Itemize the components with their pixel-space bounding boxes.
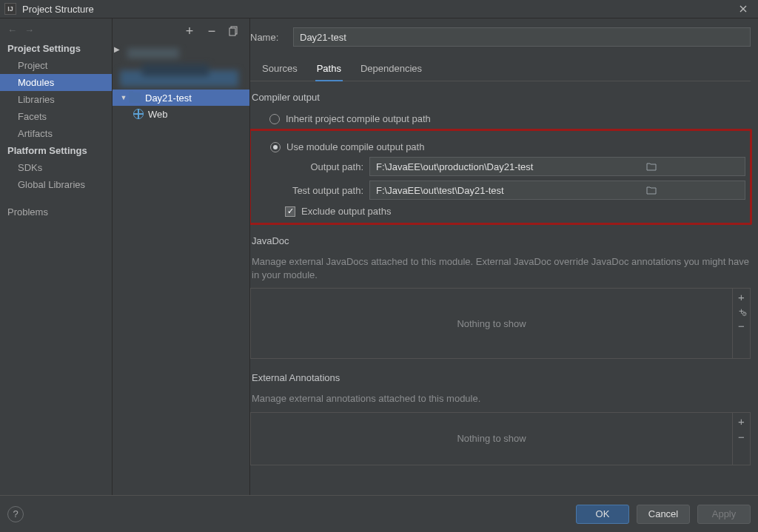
cancel-button[interactable]: Cancel bbox=[637, 505, 690, 524]
javadoc-list: Nothing to show + +⚙ − bbox=[250, 288, 751, 359]
output-path-input[interactable]: F:\JavaEE\out\production\Day21-test bbox=[369, 157, 745, 176]
nav-project[interactable]: Project bbox=[0, 57, 112, 74]
test-output-value: F:\JavaEE\out\test\Day21-test bbox=[370, 185, 557, 196]
ext-annotations-desc: Manage external annotations attached to … bbox=[252, 392, 751, 405]
name-label: Name: bbox=[250, 32, 284, 43]
highlight-box: Use module compile output path Output pa… bbox=[250, 129, 752, 225]
browse-output-button[interactable] bbox=[557, 162, 745, 171]
javadoc-remove-button[interactable]: − bbox=[738, 320, 745, 331]
ext-annotations-list: Nothing to show + − bbox=[250, 412, 751, 465]
inherit-radio-row[interactable]: Inherit project compile output path bbox=[269, 113, 751, 124]
tab-paths[interactable]: Paths bbox=[315, 60, 343, 81]
add-module-button[interactable]: + bbox=[183, 24, 196, 38]
exclude-label: Exclude output paths bbox=[301, 206, 391, 217]
remove-module-button[interactable]: − bbox=[205, 24, 218, 38]
test-output-label: Test output path: bbox=[282, 185, 363, 196]
close-button[interactable] bbox=[733, 0, 754, 18]
test-output-input[interactable]: F:\JavaEE\out\test\Day21-test bbox=[369, 181, 745, 200]
module-thumbnail: ▶ bbox=[113, 44, 249, 90]
chevron-down-icon[interactable]: ▼ bbox=[118, 94, 129, 101]
ok-button[interactable]: OK bbox=[576, 505, 629, 524]
exclude-checkbox[interactable]: ✓ bbox=[285, 206, 295, 217]
compiler-output-title: Compiler output bbox=[252, 92, 751, 103]
use-module-label: Use module compile output path bbox=[286, 141, 424, 152]
javadoc-empty-text: Nothing to show bbox=[251, 289, 732, 358]
ext-empty-text: Nothing to show bbox=[251, 413, 732, 465]
module-tabs: Sources Paths Dependencies bbox=[250, 60, 751, 81]
module-name-input[interactable] bbox=[293, 27, 751, 47]
nav-sdks[interactable]: SDKs bbox=[0, 159, 112, 176]
settings-nav: ← → Project Settings Project Modules Lib… bbox=[0, 18, 113, 495]
project-settings-header: Project Settings bbox=[0, 40, 112, 57]
nav-libraries[interactable]: Libraries bbox=[0, 91, 112, 108]
intellij-icon: IJ bbox=[4, 3, 16, 15]
javadoc-add-url-button[interactable]: +⚙ bbox=[739, 307, 744, 316]
title-bar: IJ Project Structure bbox=[0, 0, 758, 18]
javadoc-add-button[interactable]: + bbox=[738, 292, 745, 303]
platform-settings-header: Platform Settings bbox=[0, 142, 112, 159]
help-button[interactable]: ? bbox=[7, 506, 24, 522]
output-path-value: F:\JavaEE\out\production\Day21-test bbox=[370, 161, 557, 172]
web-icon bbox=[133, 109, 144, 119]
exclude-checkbox-row[interactable]: ✓ Exclude output paths bbox=[285, 206, 745, 217]
nav-modules[interactable]: Modules bbox=[0, 74, 112, 91]
nav-forward-icon[interactable]: → bbox=[24, 24, 34, 36]
tree-module-label: Day21-test bbox=[145, 92, 192, 104]
output-path-label: Output path: bbox=[282, 161, 363, 172]
use-module-radio-row[interactable]: Use module compile output path bbox=[270, 141, 745, 152]
javadoc-title: JavaDoc bbox=[252, 235, 751, 246]
tree-web-row[interactable]: Web bbox=[113, 106, 249, 122]
inherit-label: Inherit project compile output path bbox=[286, 113, 431, 124]
use-module-radio[interactable] bbox=[270, 142, 281, 152]
tab-dependencies[interactable]: Dependencies bbox=[359, 60, 423, 81]
nav-artifacts[interactable]: Artifacts bbox=[0, 125, 112, 142]
ext-add-button[interactable]: + bbox=[738, 416, 745, 427]
javadoc-desc: Manage external JavaDocs attached to thi… bbox=[252, 255, 751, 282]
copy-module-button[interactable] bbox=[227, 24, 241, 38]
module-tree-panel: + − ▶ ▼ Day21-test Web bbox=[113, 18, 250, 495]
window-title: Project Structure bbox=[22, 4, 94, 15]
ext-remove-button[interactable]: − bbox=[738, 431, 745, 442]
main-panel: Name: Sources Paths Dependencies Compile… bbox=[250, 18, 758, 495]
tree-web-label: Web bbox=[148, 109, 168, 120]
dialog-footer: ? OK Cancel Apply bbox=[0, 495, 758, 532]
tab-sources[interactable]: Sources bbox=[261, 60, 299, 81]
apply-button[interactable]: Apply bbox=[697, 505, 751, 524]
inherit-radio[interactable] bbox=[269, 114, 280, 124]
nav-facets[interactable]: Facets bbox=[0, 108, 112, 125]
folder-icon bbox=[129, 92, 141, 103]
svg-rect-1 bbox=[229, 28, 235, 36]
nav-problems[interactable]: Problems bbox=[0, 203, 112, 220]
browse-test-output-button[interactable] bbox=[557, 186, 745, 195]
ext-annotations-title: External Annotations bbox=[252, 372, 751, 383]
nav-back-icon[interactable]: ← bbox=[7, 24, 17, 36]
tree-module-row[interactable]: ▼ Day21-test bbox=[113, 90, 249, 106]
nav-global-libraries[interactable]: Global Libraries bbox=[0, 176, 112, 193]
